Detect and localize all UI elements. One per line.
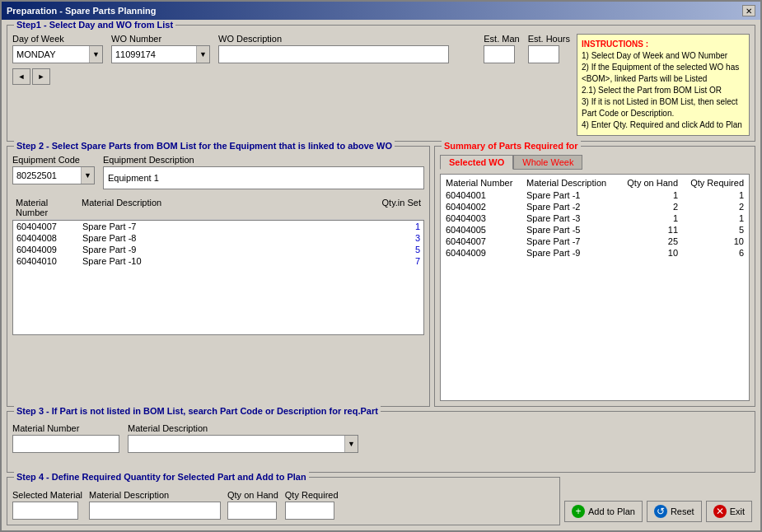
equip-code-group: Equipment Code 80252501 ▼ [12,155,95,189]
est-man-label: Est. Man [484,34,519,44]
step4-qty-req-label: Qty Required [285,490,339,500]
bottom-row: Step 4 - Define Required Quantity for Se… [7,477,755,525]
middle-section: Step 2 - Select Spare Parts from BOM Lis… [7,146,755,407]
sum-header-req: Qty Required [681,176,747,189]
bom-table-header: Material Number Material Description Qty… [12,196,424,220]
instructions-line-5: 4) Enter Qty. Required and click Add to … [582,119,745,131]
reset-button[interactable]: ↺ Reset [647,501,702,522]
step3-mat-input[interactable] [13,437,133,450]
summary-header-row: Material Number Material Description Qty… [442,176,747,189]
day-select[interactable]: MONDAY ▼ [12,45,103,63]
bom-row-2[interactable]: 60404009 Spare Part -9 5 [13,244,423,255]
main-content: Step1 - Select Day and WO from List Day … [2,20,760,530]
wo-select[interactable]: 11099174 ▼ [111,45,210,63]
add-to-plan-label: Add to Plan [588,506,635,516]
equip-code-value: 80252501 [13,169,81,182]
step3-group: Step 3 - If Part is not listed in BOM Li… [7,411,755,473]
day-prev-btn[interactable]: ◄ [12,68,30,85]
day-label: Day of Week [12,34,103,44]
day-value: MONDAY [13,48,89,61]
step3-mat-select[interactable]: ▼ [12,435,119,453]
left-panel: Step 2 - Select Spare Parts from BOM Lis… [7,146,430,407]
step4-qty-req-input[interactable] [285,502,334,520]
instructions-line-3: 2.1) Select the Part from BOM List OR [582,85,745,96]
step4-fields: Selected Material Material Description Q… [12,490,554,520]
sum-row-2[interactable]: 60404003 Spare Part -3 1 1 [442,212,747,224]
instructions-box: INSTRUCTIONS : 1) Select Day of Week and… [577,34,750,136]
instructions-line-1: 1) Select Day of Week and WO Number [582,50,745,62]
equip-code-label: Equipment Code [12,155,95,165]
day-next-btn[interactable]: ► [32,68,50,85]
add-icon: + [572,505,585,518]
exit-button[interactable]: ✕ Exit [706,501,752,522]
est-hours-input[interactable]: 3 [528,45,559,63]
equip-code-select[interactable]: 80252501 ▼ [12,166,95,184]
main-window: Preparation - Spare Parts Planning ✕ Ste… [0,0,762,532]
bom-row-1[interactable]: 60404008 Spare Part -8 3 [13,232,423,244]
summary-table-area: Material Number Material Description Qty… [440,174,750,401]
bom-header-desc: Material Description [82,198,372,217]
day-dropdown-btn[interactable]: ▼ [89,46,102,63]
summary-tabs: Selected WO Whole Week [440,155,750,170]
reset-label: Reset [671,506,694,516]
equip-code-dropdown[interactable]: ▼ [81,167,94,184]
step3-desc-input[interactable] [129,437,344,450]
step3-desc-select[interactable]: ▼ [128,435,358,453]
est-man-group: Est. Man 2 [484,34,519,63]
equip-desc-group: Equipment Description Equipment 1 [103,155,424,189]
day-of-week-group: Day of Week MONDAY ▼ ◄ ► [12,34,103,85]
action-buttons: + Add to Plan ↺ Reset ✕ Exit [564,477,755,525]
tab-selected-wo[interactable]: Selected WO [440,155,513,170]
step4-sel-mat-input[interactable] [12,502,78,520]
sum-row-5[interactable]: 60404009 Spare Part -9 10 6 [442,247,747,259]
close-button[interactable]: ✕ [742,5,755,16]
step3-desc-dropdown[interactable]: ▼ [344,436,358,452]
day-nav-btns: ◄ ► [12,68,103,85]
step3-title: Step 3 - If Part is not listed in BOM Li… [14,406,381,416]
sum-row-1[interactable]: 60404002 Spare Part -2 2 2 [442,201,747,212]
step3-mat-label: Material Number [12,423,119,433]
est-man-input[interactable]: 2 [484,45,515,63]
summary-box: Summary of Parts Required for Selected W… [434,146,755,407]
step4-sel-mat-label: Selected Material [12,490,82,500]
step1-fields: Day of Week MONDAY ▼ ◄ ► WO Number [12,34,570,85]
step4-mat-desc-group: Material Description [89,490,221,520]
step2-title: Step 2 - Select Spare Parts from BOM Lis… [14,141,395,151]
reset-icon: ↺ [654,505,667,518]
wo-label: WO Number [111,34,210,44]
bom-row-3[interactable]: 60404010 Spare Part -10 7 [13,255,423,267]
sum-row-0[interactable]: 60404001 Spare Part -1 1 1 [442,189,747,201]
wo-desc-label: WO Description [218,34,475,44]
exit-label: Exit [730,506,745,516]
instructions-line-2: 2) If the Equipment of the selected WO h… [582,62,745,85]
step3-row: Material Number ▼ Material Description ▼ [12,423,750,453]
bom-header-mat: Material Number [16,198,82,217]
add-to-plan-button[interactable]: + Add to Plan [564,501,643,522]
bom-row-0[interactable]: 60404007 Spare Part -7 1 [13,221,423,232]
bom-header-qty: Qty.in Set [372,198,421,217]
step1-main: Day of Week MONDAY ▼ ◄ ► WO Number [12,34,750,136]
step3-desc-label: Material Description [128,423,750,433]
equip-row: Equipment Code 80252501 ▼ Equipment Desc… [12,155,424,189]
bom-list-container[interactable]: 60404007 Spare Part -7 1 60404008 Spare … [12,220,424,335]
summary-title: Summary of Parts Required for [442,141,581,151]
tab-whole-week[interactable]: Whole Week [513,155,582,170]
step4-mat-desc-input[interactable] [89,502,221,520]
step4-mat-desc-label: Material Description [89,490,221,500]
step4-sel-mat-group: Selected Material [12,490,82,520]
wo-value: 11099174 [112,48,196,61]
sum-row-4[interactable]: 60404007 Spare Part -7 25 10 [442,236,747,247]
step4-qty-hand-label: Qty on Hand [227,490,278,500]
wo-desc-input[interactable]: My Work Order 1010 [218,45,449,63]
step4-qty-hand-input[interactable] [227,502,277,520]
wo-desc-group: WO Description My Work Order 1010 [218,34,475,63]
equip-desc-label: Equipment Description [103,155,424,165]
window-title: Preparation - Spare Parts Planning [7,6,157,16]
wo-dropdown-btn[interactable]: ▼ [196,46,209,63]
step2-group: Step 2 - Select Spare Parts from BOM Lis… [7,146,430,407]
wo-number-group: WO Number 11099174 ▼ [111,34,210,63]
step4-qty-hand-group: Qty on Hand [227,490,278,520]
sum-row-3[interactable]: 60404005 Spare Part -5 11 5 [442,224,747,236]
step1-title: Step1 - Select Day and WO from List [14,20,175,30]
step3-mat-group: Material Number ▼ [12,423,119,453]
